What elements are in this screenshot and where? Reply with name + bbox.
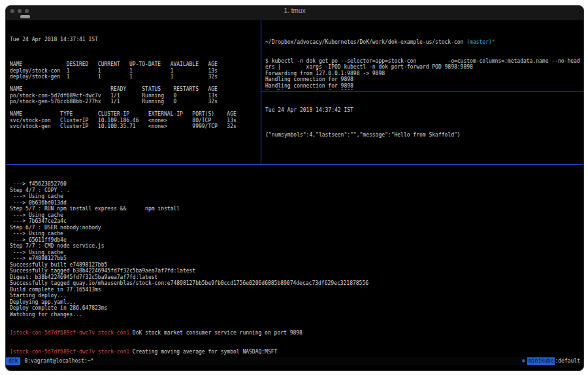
tmux-status-bar: dok 0:vagrant@localhost:~* ☸ minikube :d… xyxy=(6,357,583,365)
terminal-window: 1. tmux Tue 24 Apr 2018 14:37:41 IST NAM… xyxy=(5,5,584,371)
response-timestamp: Tue 24 Apr 2018 14:37:42 IST xyxy=(265,107,582,114)
kubectl-resources-output: NAME DESIRED CURRENT UP-TO-DATE AVAILABL… xyxy=(10,56,259,130)
window-titlebar[interactable]: 1. tmux xyxy=(6,6,583,20)
minimize-window-button[interactable] xyxy=(18,9,22,13)
git-branch: (master) xyxy=(466,39,492,45)
window-controls xyxy=(10,9,29,13)
pane-divider-horizontal-main[interactable] xyxy=(6,164,583,165)
pane-skaffold[interactable]: ---> f45623052760 Step 4/7 : COPY . . --… xyxy=(10,169,582,357)
pod-log-prefix: [stock-con-5d7df689cf-dwc7v stock-con] xyxy=(10,349,129,355)
pane-divider-vertical[interactable] xyxy=(261,20,261,164)
zoom-window-button[interactable] xyxy=(25,9,29,13)
git-dirty-marker: * xyxy=(492,39,495,45)
port-forward-output: $ kubectl -n dok get po --selector=app=s… xyxy=(265,58,582,90)
service-json-output: {"numsymbols":4,"lastseen":"","message":… xyxy=(265,126,582,139)
window-title: 1. tmux xyxy=(6,6,583,16)
pane-divider-horizontal-right[interactable] xyxy=(261,91,583,91)
session-name-badge[interactable]: dok xyxy=(6,357,20,365)
shell-cwd-line: ~/Dropbox/advocacy/Kubernetes/DoK/work/d… xyxy=(265,39,582,46)
skaffold-build-output: ---> f45623052760 Step 4/7 : COPY . . --… xyxy=(10,181,582,318)
pane-port-forward[interactable]: ~/Dropbox/advocacy/Kubernetes/DoK/work/d… xyxy=(265,27,582,90)
pane-kubectl-watch[interactable]: Tue 24 Apr 2018 14:37:41 IST NAME DESIRE… xyxy=(10,24,259,163)
pod-log-prefix: [stock-con-5d7df689cf-dwc7v stock-con] xyxy=(10,330,129,336)
watch-timestamp: Tue 24 Apr 2018 14:37:41 IST xyxy=(10,37,259,43)
kubernetes-helm-icon: ☸ xyxy=(522,357,527,365)
kube-status: ☸ minikube :default xyxy=(522,357,583,365)
pod-log-message: DoK stock market consumer service runnin… xyxy=(129,330,302,336)
kube-context: minikube xyxy=(527,357,555,365)
pane-service-response[interactable]: Tue 24 Apr 2018 14:37:42 IST {"numsymbol… xyxy=(265,95,582,163)
pod-log-line: [stock-con-5d7df689cf-dwc7v stock-con]Do… xyxy=(10,330,582,336)
kube-namespace: :default xyxy=(555,357,583,365)
close-window-button[interactable] xyxy=(10,9,14,13)
titlebar-accessory xyxy=(20,15,30,18)
cwd-path: ~/Dropbox/advocacy/Kubernetes/DoK/work/d… xyxy=(265,39,466,45)
pod-log-message: Creating moving average for symbol NASDA… xyxy=(129,349,277,355)
pod-log-line: [stock-con-5d7df689cf-dwc7v stock-con]Cr… xyxy=(10,349,582,355)
window-list-item[interactable]: 0:vagrant@localhost:~* xyxy=(20,357,93,365)
